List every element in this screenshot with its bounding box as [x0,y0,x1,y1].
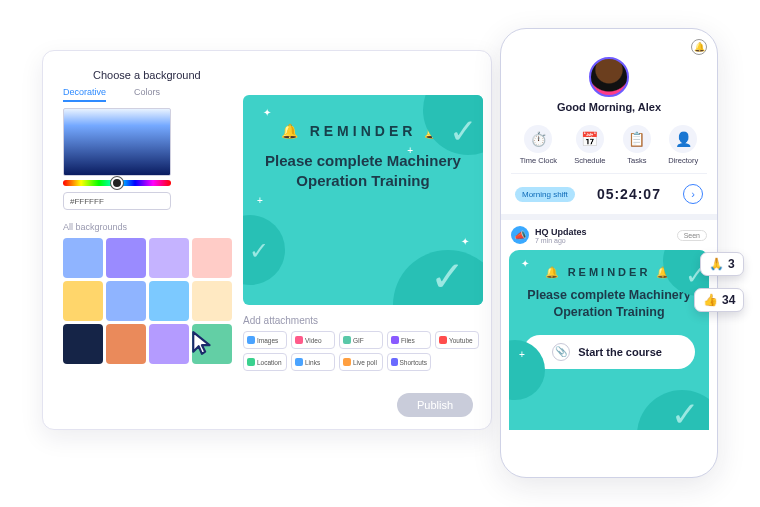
attachment-images-button[interactable]: Images [243,331,287,349]
gif-icon [343,336,351,344]
images-icon [247,336,255,344]
attachment-label: Shortcuts [400,359,427,366]
attachment-label: Files [401,337,415,344]
background-thumbnail[interactable] [149,238,189,278]
attachment-label: GIF [353,337,364,344]
check-icon: ✓ [671,394,699,430]
check-icon: ✓ [249,237,269,265]
quick-schedule[interactable]: 📅Schedule [574,125,605,165]
attachment-files-button[interactable]: Files [387,331,431,349]
attachment-label: Location [257,359,282,366]
attachment-label: Images [257,337,278,344]
background-thumbnail[interactable] [192,281,232,321]
shift-row: Morning shift 05:24:07 › [511,174,707,214]
attachment-shortcuts-button[interactable]: Shortcuts [387,353,431,371]
start-course-label: Start the course [578,346,662,358]
quick-label: Directory [668,156,698,165]
attachment-youtube-button[interactable]: Youtube [435,331,479,349]
tasks-icon: 📋 [623,125,651,153]
time-clock-icon: ⏱️ [524,125,552,153]
background-thumbnail[interactable] [106,238,146,278]
attachment-label: Links [305,359,320,366]
hex-input[interactable] [63,192,171,210]
background-thumbnails [63,238,235,364]
background-thumbnail[interactable] [106,281,146,321]
feed-header: 📣 HQ Updates 7 min ago Seen [511,220,707,248]
shortcuts-icon [391,358,398,366]
start-course-button[interactable]: 📎 Start the course [523,335,695,369]
check-icon: ✓ [449,111,477,151]
choose-background-title: Choose a background [93,69,471,81]
quick-tasks[interactable]: 📋Tasks [623,125,651,165]
attachment-location-button[interactable]: Location [243,353,287,371]
reaction-thumbs-count: 34 [722,293,735,307]
preview-body-text: Please complete Machinery Operation Trai… [261,151,465,192]
quick-label: Time Clock [520,156,557,165]
reaction-pray[interactable]: 🙏 3 [700,252,744,276]
preview-reminder-word: REMINDER [310,123,417,139]
avatar[interactable] [589,57,629,97]
background-thumbnail[interactable] [149,281,189,321]
background-thumbnail[interactable] [63,281,103,321]
quick-label: Tasks [627,156,646,165]
pray-icon: 🙏 [709,257,724,271]
seen-badge: Seen [677,230,707,241]
color-picker [63,108,171,210]
quick-time-clock[interactable]: ⏱️Time Clock [520,125,557,165]
quick-directory[interactable]: 👤Directory [668,125,698,165]
phone-preview: 🔔 Good Morning, Alex ⏱️Time Clock📅Schedu… [500,28,718,478]
quick-actions: ⏱️Time Clock📅Schedule📋Tasks👤Directory [511,121,707,174]
background-thumbnail[interactable] [63,238,103,278]
attachment-video-button[interactable]: Video [291,331,335,349]
preview-reminder-line: 🔔 REMINDER 🔔 [281,123,445,139]
reaction-pray-count: 3 [728,257,735,271]
attachment-icon: 📎 [552,343,570,361]
attachment-live-poll-button[interactable]: Live poll [339,353,383,371]
attachment-label: Live poll [353,359,377,366]
feed-card[interactable]: ✓ ✓ ✦ + 🔔 REMINDER 🔔 Please complete Mac… [509,250,709,430]
feed-source-name: HQ Updates [535,227,587,237]
attachment-label: Youtube [449,337,473,344]
youtube-icon [439,336,447,344]
attachment-links-button[interactable]: Links [291,353,335,371]
hue-slider[interactable] [63,180,171,186]
bell-icon: 🔔 [545,266,562,278]
greeting-text: Good Morning, Alex [511,101,707,113]
background-editor-panel: Choose a background Decorative Colors Al… [42,50,492,430]
attachment-gif-button[interactable]: GIF [339,331,383,349]
reaction-thumbs[interactable]: 👍 34 [694,288,744,312]
live-poll-icon [343,358,351,366]
tab-decorative[interactable]: Decorative [63,87,106,102]
announcement-preview: ✓ ✓ ✓ ✦ + ✦ + 🔔 REMINDER 🔔 Please comple… [243,95,483,305]
bell-icon: 🔔 [281,123,302,139]
shift-badge: Morning shift [515,187,575,202]
video-icon [295,336,303,344]
check-icon: ✓ [430,252,465,301]
background-thumbnail[interactable] [106,324,146,364]
directory-icon: 👤 [669,125,697,153]
feed-reminder-word: REMINDER [568,266,651,278]
background-thumbnail[interactable] [63,324,103,364]
schedule-icon: 📅 [576,125,604,153]
notification-bell-icon[interactable]: 🔔 [691,39,707,55]
publish-button[interactable]: Publish [397,393,473,417]
attachment-label: Video [305,337,322,344]
background-thumbnail[interactable] [192,324,232,364]
add-attachments-label: Add attachments [243,315,318,326]
background-thumbnail[interactable] [192,238,232,278]
links-icon [295,358,303,366]
shift-time: 05:24:07 [583,186,675,202]
attachment-buttons: ImagesVideoGIFFilesYoutubeLocationLinksL… [243,331,479,371]
files-icon [391,336,399,344]
gradient-swatch[interactable] [63,108,171,176]
feed-body-text: Please complete Machinery Operation Trai… [523,287,695,321]
feed-source-icon: 📣 [511,226,529,244]
tab-colors[interactable]: Colors [134,87,160,102]
background-thumbnail[interactable] [149,324,189,364]
thumbs-up-icon: 👍 [703,293,718,307]
quick-label: Schedule [574,156,605,165]
hue-slider-handle[interactable] [111,177,123,189]
shift-go-button[interactable]: › [683,184,703,204]
feed-timestamp: 7 min ago [535,237,587,244]
location-icon [247,358,255,366]
